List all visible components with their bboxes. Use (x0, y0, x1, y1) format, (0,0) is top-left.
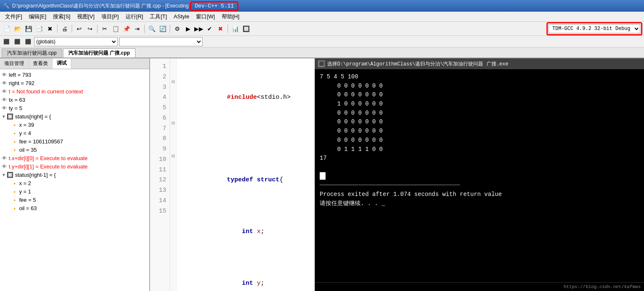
indent-button[interactable]: ⇥ (132, 24, 142, 34)
ln15: 15 (153, 206, 166, 217)
console-line-7: 0 0 0 0 0 0 0 (320, 127, 639, 136)
new-button[interactable]: 📄 (2, 24, 12, 34)
app-name-highlight: Dev-C++ 5.11 (190, 1, 238, 11)
cut-button[interactable]: ✂ (100, 24, 110, 34)
eye-icon7: 👁 (2, 163, 7, 171)
tab-cpp1[interactable]: 汽车加油行驶问题.cpp (2, 48, 62, 58)
debug-step-btn[interactable]: ⬛ (2, 37, 11, 46)
console-line-2: 0 0 0 0 0 0 0 (320, 82, 639, 91)
debug-chart[interactable]: 📊 (230, 24, 240, 34)
menu-project[interactable]: 项目[P] (98, 12, 122, 21)
debug-item-ty: 👁 ty = 5 (0, 104, 149, 113)
debug-step3-btn[interactable]: ⬛ (23, 37, 33, 46)
stop-button[interactable]: ✖ (216, 24, 226, 34)
menu-window[interactable]: 窗口[W] (193, 12, 218, 21)
debug-btn2[interactable]: 🔲 (241, 24, 251, 34)
tab-cpp2[interactable]: 汽车加油行驶问题 广搜.cpp (63, 48, 135, 58)
ci11 (172, 144, 175, 153)
console-title: 选择D:\program\AlgorithmClass\递归与分治\汽车加油行驶… (327, 60, 508, 68)
ci12[interactable]: ⊟ (172, 153, 175, 161)
menu-astyle[interactable]: AStyle (170, 13, 193, 20)
title-text: D:\program\AlgorithmClass\递归与分治\汽车加油行驶问题… (12, 3, 188, 10)
find-button[interactable]: 🔍 (147, 24, 157, 34)
eye-icon6: 👁 (2, 155, 7, 162)
debug-step2-btn[interactable]: ⬛ (13, 37, 22, 46)
sidebar-tab-debug[interactable]: 调试 (53, 58, 71, 69)
code-editor[interactable]: 1 2 3 4 5 6 7 8 9 10 11 12 13 14 15 (150, 58, 315, 291)
close-button[interactable]: ✖ (45, 24, 55, 34)
group-icon: 🔲 (7, 113, 13, 120)
menu-file[interactable]: 文件[F] (2, 12, 25, 21)
copy-button[interactable]: 📋 (110, 24, 120, 34)
ln9: 9 (153, 144, 166, 155)
menu-view[interactable]: 视图[V] (74, 12, 98, 21)
sidebar-tab-class[interactable]: 查看类 (29, 58, 53, 69)
ln6: 6 (153, 113, 166, 124)
ci3[interactable]: ⊟ (172, 78, 175, 87)
ci7 (172, 111, 175, 120)
globals-select[interactable]: (globals) (34, 37, 118, 46)
debug-item-oil35: 🔸 oil = 35 (0, 146, 149, 154)
save-button[interactable]: 💾 (23, 24, 33, 34)
menu-run[interactable]: 运行[R] (122, 12, 147, 21)
ln1: 1 (153, 62, 166, 72)
paste-button[interactable]: 📌 (121, 24, 131, 34)
ci8[interactable]: ⊟ (172, 120, 175, 128)
eye-icon3: 👁 (2, 88, 7, 95)
code-console-area: 1 2 3 4 5 6 7 8 9 10 11 12 13 14 15 (150, 58, 644, 291)
compiler-select[interactable]: TDM-GCC 4.9.2 32-bit Debug (549, 24, 640, 33)
code-line-2 (182, 134, 315, 144)
sidebar-panel: 项目管理 查看类 调试 👁 left = 793 👁 right = 792 👁… (0, 58, 150, 291)
print-button[interactable]: 🖨 (60, 24, 70, 34)
code-line-1: #include<stdio.h> (182, 83, 315, 113)
compile-run-button[interactable]: ▶▶ (194, 24, 204, 34)
console-line-5: 0 0 0 0 0 0 0 (320, 109, 639, 118)
compile-button[interactable]: ⚙ (172, 24, 182, 34)
ci13 (172, 161, 175, 169)
debug-right-value: right = 792 (9, 80, 35, 87)
ln13: 13 (153, 186, 166, 196)
undo-button[interactable]: ↩ (74, 24, 84, 34)
console-footer-text: https://blog.csdn.net/kafmws (564, 284, 641, 289)
debug-item-t: 👁 t = Not found in current context (0, 88, 149, 96)
var-icon8: 🔸 (12, 205, 18, 212)
globals-select2[interactable] (119, 37, 203, 46)
run-button[interactable]: ▶ (183, 24, 193, 34)
check-button[interactable]: ✔ (205, 24, 215, 34)
replace-button[interactable]: 🔄 (158, 24, 168, 34)
menu-help[interactable]: 帮助[H] (218, 12, 243, 21)
ln12: 12 (153, 175, 166, 186)
code-line-3: typedef struct{ (182, 165, 315, 196)
ci2 (172, 70, 175, 78)
ln3: 3 (153, 83, 166, 93)
group-icon2: 🔲 (7, 171, 13, 179)
sidebar-tab-project[interactable]: 项目管理 (0, 58, 29, 69)
main-area: 汽车加油行驶问题.cpp 汽车加油行驶问题 广搜.cpp 项目管理 查看类 调试… (0, 48, 644, 291)
eye-icon: 👁 (2, 71, 7, 79)
debug-left-value: left = 793 (9, 71, 31, 79)
ln10: 10 (153, 155, 166, 165)
toolbar2: ⬛ ⬛ ⬛ (globals) (0, 36, 644, 48)
redo-button[interactable]: ↪ (85, 24, 95, 34)
save-all-button[interactable]: 📑 (34, 24, 44, 34)
debug-group-status-right1[interactable]: ▼ 🔲 status[right-1] = { (0, 171, 149, 179)
var-icon6: 🔸 (12, 188, 18, 196)
debug-item-y1: 🔸 y = 1 (0, 188, 149, 196)
var-icon2: 🔸 (12, 130, 18, 137)
menu-edit[interactable]: 编辑[E] (25, 12, 50, 21)
debug-t-value: t = Not found in current context (9, 88, 83, 95)
console-line-10: 17 (320, 154, 639, 163)
eye-icon2: 👁 (2, 80, 7, 87)
debug-group-status-right[interactable]: ▼ 🔲 status[right] = { (0, 113, 149, 121)
code-content[interactable]: #include<stdio.h> typedef struct{ int x;… (177, 58, 315, 291)
console-line-continue: 请按任意键继续. . . _ (320, 199, 639, 208)
sep3 (97, 25, 98, 33)
menu-search[interactable]: 搜索[S] (50, 12, 74, 21)
menu-tools[interactable]: 工具[T] (146, 12, 170, 21)
debug-item-left: 👁 left = 793 (0, 71, 149, 79)
open-button[interactable]: 📂 (13, 24, 23, 34)
console-line-8: 0 0 0 0 0 0 0 (320, 136, 639, 145)
collapse-icon: ▼ (2, 113, 6, 120)
line-numbers: 1 2 3 4 5 6 7 8 9 10 11 12 13 14 15 (150, 58, 170, 291)
var-icon5: 🔸 (12, 180, 18, 187)
